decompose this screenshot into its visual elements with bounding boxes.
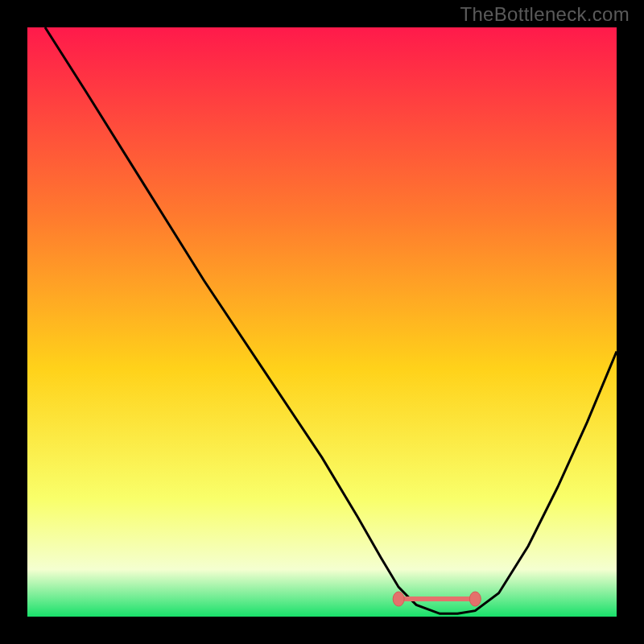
plateau-marker [393,592,404,606]
bottleneck-plot [27,27,617,617]
plateau-marker [469,592,481,606]
watermark-text: TheBottleneck.com [460,3,630,26]
gradient-background [27,27,617,617]
chart-stage: TheBottleneck.com [0,0,644,644]
